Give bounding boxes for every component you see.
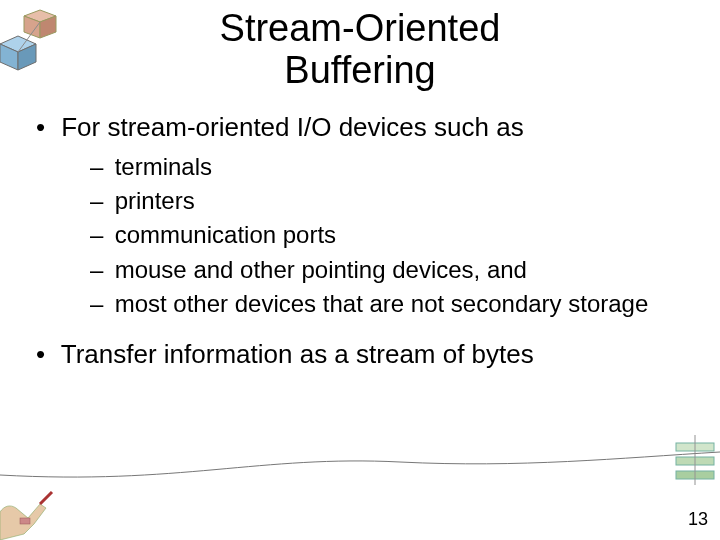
dash-marker: – <box>90 185 108 217</box>
sub-bullet: – printers <box>90 185 684 217</box>
sub-bullet: – most other devices that are not second… <box>90 288 684 320</box>
sub-bullet: – mouse and other pointing devices, and <box>90 254 684 286</box>
sub-bullet-text: terminals <box>115 153 212 180</box>
sub-bullet: – terminals <box>90 151 684 183</box>
svg-rect-11 <box>20 518 30 524</box>
bullet-1: • For stream-oriented I/O devices such a… <box>36 110 684 145</box>
dash-marker: – <box>90 254 108 286</box>
hand-drawing-icon <box>0 478 60 540</box>
dash-marker: – <box>90 219 108 251</box>
sub-bullet-text: mouse and other pointing devices, and <box>115 256 527 283</box>
sub-bullet-text: most other devices that are not secondar… <box>115 290 649 317</box>
slide-body: • For stream-oriented I/O devices such a… <box>0 92 720 372</box>
bullet-2: • Transfer information as a stream of by… <box>36 337 684 372</box>
bullet-1-text: For stream-oriented I/O devices such as <box>61 112 523 142</box>
slide-title: Stream-Oriented Buffering <box>0 0 720 92</box>
dash-marker: – <box>90 151 108 183</box>
bullet-marker: • <box>36 110 54 145</box>
title-line-1: Stream-Oriented <box>220 7 501 49</box>
bullet-marker: • <box>36 337 54 372</box>
stack-icon <box>670 435 720 495</box>
slide: Stream-Oriented Buffering • For stream-o… <box>0 0 720 540</box>
sub-bullet: – communication ports <box>90 219 684 251</box>
cubes-icon <box>0 4 76 88</box>
sub-bullets: – terminals – printers – communication p… <box>90 151 684 321</box>
title-line-2: Buffering <box>284 49 435 91</box>
sub-bullet-text: printers <box>115 187 195 214</box>
bullet-2-text: Transfer information as a stream of byte… <box>61 339 534 369</box>
sub-bullet-text: communication ports <box>115 221 336 248</box>
page-number: 13 <box>688 509 708 530</box>
svg-line-12 <box>40 492 52 504</box>
dash-marker: – <box>90 288 108 320</box>
swoosh-line-icon <box>0 450 720 485</box>
